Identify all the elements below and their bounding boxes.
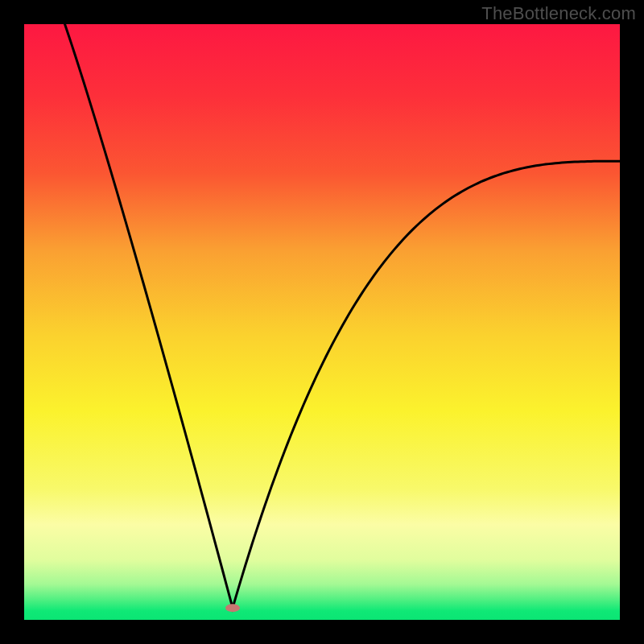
watermark-text: TheBottleneck.com xyxy=(481,3,636,24)
plot-background xyxy=(24,24,620,620)
vertex-marker xyxy=(225,604,240,612)
bottleneck-plot xyxy=(24,24,620,620)
chart-container: TheBottleneck.com xyxy=(0,0,644,644)
